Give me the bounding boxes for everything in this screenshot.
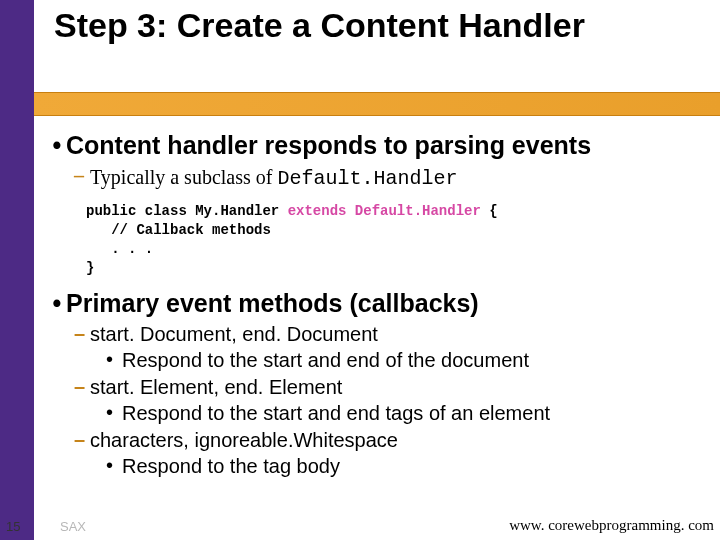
bullet-dot-small: • [106,454,122,477]
bullet-2: • Primary event methods (callbacks) [48,288,708,318]
slide-content: • Content handler responds to parsing ev… [34,118,712,479]
footer: 15 SAX www. corewebprogramming. com [0,514,720,536]
title-band: Step 3: Create a Content Handler [34,0,720,49]
bullet-2-sub-2-desc-row: • Respond to the start and end tags of a… [106,401,708,426]
bullet-2-sub-1: – start. Document, end. Document [74,322,708,347]
code-l1c: { [481,203,498,219]
sub-prefix: Typically a subclass of [90,166,277,188]
footer-url: www. corewebprogramming. com [509,517,714,534]
bullet-2-sub-2-desc: Respond to the start and end tags of an … [122,401,708,426]
dash-icon: – [74,164,90,187]
bullet-2-sub-3-label: characters, ignoreable.Whitespace [90,428,708,453]
bullet-2-sub-1-label: start. Document, end. Document [90,322,708,347]
bullet-2-sub-1-desc: Respond to the start and end of the docu… [122,348,708,373]
bullet-2-sub-3-desc-row: • Respond to the tag body [106,454,708,479]
sidebar-accent [0,0,34,540]
bullet-2-sub-3: – characters, ignoreable.Whitespace [74,428,708,453]
code-l4: } [86,260,94,276]
code-l2: // Callback methods [86,222,271,238]
gold-divider [34,92,720,116]
page-number: 15 [6,519,20,534]
dash-icon: – [74,428,90,451]
bullet-1-sub-1-text: Typically a subclass of Default.Handler [90,164,708,192]
slide-title: Step 3: Create a Content Handler [54,6,720,45]
bullet-2-sub-2: – start. Element, end. Element [74,375,708,400]
bullet-2-sub-2-label: start. Element, end. Element [90,375,708,400]
code-block: public class My.Handler extends Default.… [86,202,708,278]
bullet-dot: • [48,288,66,318]
bullet-2-text: Primary event methods (callbacks) [66,288,708,318]
bullet-2-sub-3-desc: Respond to the tag body [122,454,708,479]
bullet-1-sub-1: – Typically a subclass of Default.Handle… [74,164,708,192]
bullet-dot-small: • [106,348,122,371]
sub-mono: Default.Handler [277,167,457,190]
bullet-1-text: Content handler responds to parsing even… [66,130,708,160]
footer-label: SAX [60,519,86,534]
bullet-dot-small: • [106,401,122,424]
bullet-dot: • [48,130,66,160]
dash-icon: – [74,375,90,398]
bullet-1: • Content handler responds to parsing ev… [48,130,708,160]
code-l1b: extends Default.Handler [288,203,481,219]
bullet-2-sub-1-desc-row: • Respond to the start and end of the do… [106,348,708,373]
code-l1a: public class My.Handler [86,203,288,219]
code-l3: . . . [86,241,153,257]
dash-icon: – [74,322,90,345]
